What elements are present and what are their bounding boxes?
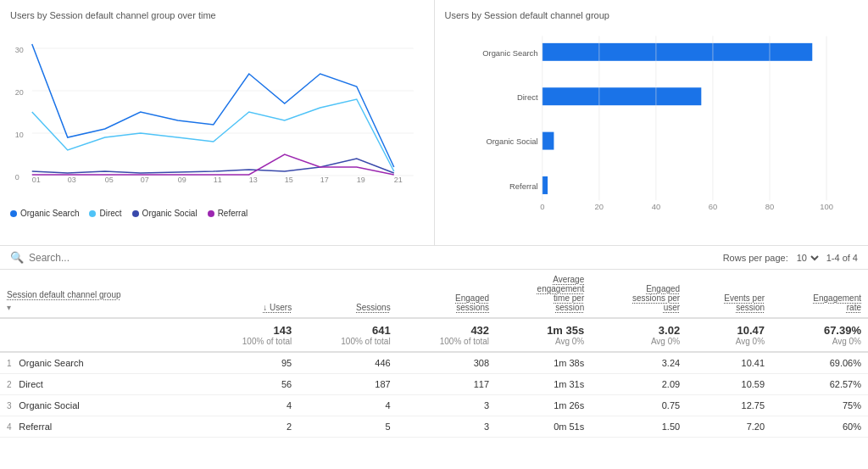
svg-text:Aug: Aug	[32, 182, 46, 184]
legend-label-organic-social: Organic Social	[142, 209, 198, 218]
rows-per-page-label: Rows per page:	[723, 253, 788, 263]
filter-icon[interactable]: ▾	[7, 303, 11, 312]
svg-text:11: 11	[214, 176, 222, 184]
th-channel-label: Session default channel group	[7, 290, 121, 299]
row-users: 4	[200, 395, 298, 416]
svg-text:13: 13	[249, 176, 258, 184]
table-header-row: Session default channel group ▾ ↓ Users …	[0, 270, 868, 318]
row-engagement-rate: 75%	[771, 395, 868, 416]
row-engagement-rate: 62.57%	[771, 374, 868, 395]
row-avg-time: 1m 26s	[496, 395, 591, 416]
totals-avg-time: 1m 35s Avg 0%	[496, 318, 591, 352]
row-engaged: 3	[398, 416, 496, 438]
th-events-per-session-label: Events persession	[724, 293, 765, 312]
svg-rect-27	[542, 176, 547, 194]
th-engaged-sessions: Engagedsessions	[398, 270, 496, 318]
row-channel-name: Organic Social	[19, 400, 80, 410]
row-sessions: 5	[298, 416, 397, 438]
row-channel-name: Organic Search	[19, 358, 83, 368]
svg-text:20: 20	[15, 88, 24, 97]
row-sessions: 4	[298, 395, 397, 416]
row-channel: 4 Referral	[0, 416, 200, 438]
legend-dot-direct	[89, 210, 96, 217]
th-channel: Session default channel group ▾	[0, 270, 200, 318]
legend-label-referral: Referral	[218, 209, 248, 218]
bar-chart-container: Users by Session default channel group O…	[435, 0, 869, 245]
table-row: 3 Organic Social 4 4 3 1m 26s 0.75 12.75…	[0, 395, 868, 416]
line-chart-legend: Organic Search Direct Organic Social Ref…	[10, 209, 427, 218]
th-engaged-sessions-label: Engagedsessions	[455, 293, 489, 312]
row-eng-per-user: 3.24	[591, 352, 687, 374]
row-engagement-rate: 60%	[771, 416, 868, 438]
th-eng-per-user-label: Engagedsessions peruser	[632, 284, 680, 312]
legend-dot-referral	[208, 210, 214, 217]
row-channel-name: Referral	[19, 422, 52, 432]
svg-text:19: 19	[357, 176, 365, 184]
svg-text:07: 07	[141, 176, 149, 184]
svg-text:Organic Search: Organic Search	[482, 48, 537, 58]
row-events-per-session: 10.41	[687, 352, 771, 374]
row-sessions: 446	[298, 352, 397, 374]
row-engaged: 308	[398, 352, 496, 374]
svg-text:05: 05	[105, 176, 114, 184]
th-sessions: Sessions	[298, 270, 397, 318]
th-engagement-rate: Engagementrate	[771, 270, 868, 318]
totals-sessions: 641 100% of total	[298, 318, 397, 352]
line-chart-title: Users by Session default channel group o…	[10, 10, 427, 20]
data-table: Session default channel group ▾ ↓ Users …	[0, 270, 868, 438]
table-row: 2 Direct 56 187 117 1m 31s 2.09 10.59 62…	[0, 374, 868, 395]
line-chart-svg: 0 10 20 30 01 Aug 03 05 07 09 11 13 15 1…	[10, 27, 427, 184]
row-events-per-session: 12.75	[687, 395, 771, 416]
row-avg-time: 0m 51s	[496, 416, 591, 438]
bar-chart-title: Users by Session default channel group	[445, 10, 862, 20]
legend-organic-social: Organic Social	[132, 209, 198, 218]
row-users: 95	[200, 352, 298, 374]
search-bar: 🔍 Rows per page: 10 25 50 1-4 of 4	[0, 246, 868, 270]
legend-label-organic-search: Organic Search	[20, 209, 79, 218]
row-events-per-session: 10.59	[687, 374, 771, 395]
totals-events-per-session: 10.47 Avg 0%	[687, 318, 771, 352]
svg-text:100: 100	[820, 202, 833, 211]
svg-text:Referral: Referral	[509, 181, 537, 191]
row-eng-per-user: 0.75	[591, 395, 687, 416]
svg-text:0: 0	[15, 173, 19, 181]
totals-users: 143 100% of total	[200, 318, 298, 352]
svg-text:60: 60	[708, 202, 716, 211]
svg-text:0: 0	[540, 202, 544, 211]
row-sessions: 187	[298, 374, 397, 395]
totals-engaged: 432 100% of total	[398, 318, 496, 352]
legend-dot-organic-social	[132, 210, 139, 217]
th-eng-per-user: Engagedsessions peruser	[591, 270, 687, 318]
table-row: 1 Organic Search 95 446 308 1m 38s 3.24 …	[0, 352, 868, 374]
row-channel: 3 Organic Social	[0, 395, 200, 416]
th-avg-time-label: Averageengagementtime persession	[537, 275, 585, 312]
totals-eng-per-user: 3.02 Avg 0%	[591, 318, 687, 352]
row-avg-time: 1m 38s	[496, 352, 591, 374]
svg-text:80: 80	[765, 202, 773, 211]
rows-per-page-control: Rows per page: 10 25 50 1-4 of 4	[723, 252, 858, 264]
legend-referral: Referral	[208, 209, 248, 218]
row-avg-time: 1m 31s	[496, 374, 591, 395]
bar-chart-svg: Organic Search Direct Organic Social Ref…	[445, 27, 862, 214]
row-eng-per-user: 2.09	[591, 374, 687, 395]
row-engaged: 3	[398, 395, 496, 416]
svg-rect-24	[542, 43, 811, 61]
search-input[interactable]	[29, 252, 198, 264]
svg-text:09: 09	[178, 176, 186, 184]
rows-per-page-select[interactable]: 10 25 50	[793, 252, 821, 264]
th-users-label: ↓ Users	[263, 303, 292, 312]
row-eng-per-user: 1.50	[591, 416, 687, 438]
line-chart-area: 0 10 20 30 01 Aug 03 05 07 09 11 13 15 1…	[10, 27, 427, 205]
row-engaged: 117	[398, 374, 496, 395]
th-sessions-label: Sessions	[356, 303, 391, 312]
th-events-per-session: Events persession	[687, 270, 771, 318]
legend-organic-search: Organic Search	[10, 209, 79, 218]
search-icon: 🔍	[10, 251, 24, 264]
row-channel-name: Direct	[19, 379, 43, 389]
svg-text:40: 40	[651, 202, 659, 211]
svg-text:03: 03	[68, 176, 76, 184]
svg-rect-26	[542, 132, 554, 150]
row-users: 2	[200, 416, 298, 438]
svg-text:Direct: Direct	[516, 92, 537, 102]
line-chart-container: Users by Session default channel group o…	[0, 0, 435, 245]
